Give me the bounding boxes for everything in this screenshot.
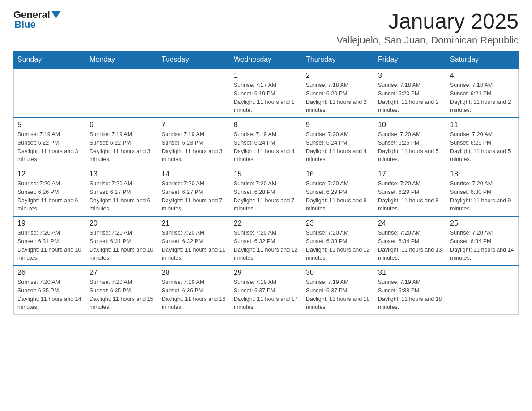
day-info: Sunrise: 7:19 AM Sunset: 6:24 PM Dayligh… xyxy=(234,130,298,164)
svg-marker-0 xyxy=(51,11,60,19)
day-info: Sunrise: 7:20 AM Sunset: 6:34 PM Dayligh… xyxy=(450,229,515,262)
day-header-tuesday: Tuesday xyxy=(158,51,230,69)
day-number: 26 xyxy=(17,269,82,277)
day-number: 25 xyxy=(450,219,515,227)
day-info: Sunrise: 7:20 AM Sunset: 6:28 PM Dayligh… xyxy=(234,180,298,213)
calendar-header-row: SundayMondayTuesdayWednesdayThursdayFrid… xyxy=(14,51,519,69)
logo-blue: Blue xyxy=(14,19,36,30)
day-info: Sunrise: 7:18 AM Sunset: 6:21 PM Dayligh… xyxy=(450,81,515,115)
calendar-cell: 22Sunrise: 7:20 AM Sunset: 6:32 PM Dayli… xyxy=(230,216,302,265)
calendar-cell: 3Sunrise: 7:18 AM Sunset: 6:20 PM Daylig… xyxy=(374,68,446,118)
calendar-cell: 21Sunrise: 7:20 AM Sunset: 6:32 PM Dayli… xyxy=(158,216,230,265)
calendar-week-row: 1Sunrise: 7:17 AM Sunset: 6:19 PM Daylig… xyxy=(14,68,519,118)
day-number: 9 xyxy=(306,121,370,129)
calendar-cell: 23Sunrise: 7:20 AM Sunset: 6:33 PM Dayli… xyxy=(302,216,374,265)
day-number: 2 xyxy=(306,72,370,80)
day-info: Sunrise: 7:20 AM Sunset: 6:29 PM Dayligh… xyxy=(378,180,442,213)
day-number: 11 xyxy=(450,121,515,129)
calendar-cell: 20Sunrise: 7:20 AM Sunset: 6:31 PM Dayli… xyxy=(86,216,158,265)
day-number: 7 xyxy=(162,121,226,129)
day-info: Sunrise: 7:19 AM Sunset: 6:38 PM Dayligh… xyxy=(378,278,442,312)
day-number: 4 xyxy=(450,72,515,80)
logo-triangle-icon xyxy=(51,11,60,19)
day-info: Sunrise: 7:19 AM Sunset: 6:36 PM Dayligh… xyxy=(162,278,226,312)
day-number: 10 xyxy=(378,121,442,129)
day-number: 23 xyxy=(306,219,370,227)
calendar-cell: 18Sunrise: 7:20 AM Sunset: 6:30 PM Dayli… xyxy=(446,167,519,216)
calendar-cell: 5Sunrise: 7:19 AM Sunset: 6:22 PM Daylig… xyxy=(14,118,86,167)
day-info: Sunrise: 7:20 AM Sunset: 6:33 PM Dayligh… xyxy=(306,229,370,262)
calendar-subtitle: Vallejuelo, San Juan, Dominican Republic xyxy=(336,34,519,46)
day-header-wednesday: Wednesday xyxy=(230,51,302,69)
calendar-cell: 13Sunrise: 7:20 AM Sunset: 6:27 PM Dayli… xyxy=(86,167,158,216)
calendar-cell: 11Sunrise: 7:20 AM Sunset: 6:25 PM Dayli… xyxy=(446,118,519,167)
day-info: Sunrise: 7:18 AM Sunset: 6:20 PM Dayligh… xyxy=(306,81,370,115)
day-info: Sunrise: 7:19 AM Sunset: 6:22 PM Dayligh… xyxy=(17,130,82,164)
calendar-cell: 10Sunrise: 7:20 AM Sunset: 6:25 PM Dayli… xyxy=(374,118,446,167)
calendar-cell: 24Sunrise: 7:20 AM Sunset: 6:34 PM Dayli… xyxy=(374,216,446,265)
day-number: 21 xyxy=(162,219,226,227)
day-number: 3 xyxy=(378,72,442,80)
calendar-cell: 14Sunrise: 7:20 AM Sunset: 6:27 PM Dayli… xyxy=(158,167,230,216)
day-info: Sunrise: 7:20 AM Sunset: 6:35 PM Dayligh… xyxy=(17,278,82,312)
day-info: Sunrise: 7:20 AM Sunset: 6:29 PM Dayligh… xyxy=(306,180,370,213)
day-number: 5 xyxy=(17,121,82,129)
day-info: Sunrise: 7:20 AM Sunset: 6:32 PM Dayligh… xyxy=(162,229,226,262)
day-number: 17 xyxy=(378,170,442,178)
day-info: Sunrise: 7:20 AM Sunset: 6:27 PM Dayligh… xyxy=(90,180,154,213)
day-info: Sunrise: 7:20 AM Sunset: 6:35 PM Dayligh… xyxy=(90,278,154,312)
calendar-cell xyxy=(86,68,158,118)
calendar-week-row: 26Sunrise: 7:20 AM Sunset: 6:35 PM Dayli… xyxy=(14,265,519,315)
day-number: 14 xyxy=(162,170,226,178)
day-number: 8 xyxy=(234,121,298,129)
calendar-cell: 6Sunrise: 7:19 AM Sunset: 6:22 PM Daylig… xyxy=(86,118,158,167)
calendar-cell: 28Sunrise: 7:19 AM Sunset: 6:36 PM Dayli… xyxy=(158,265,230,315)
day-number: 15 xyxy=(234,170,298,178)
day-info: Sunrise: 7:18 AM Sunset: 6:20 PM Dayligh… xyxy=(378,81,442,115)
day-number: 28 xyxy=(162,269,226,277)
calendar-cell: 25Sunrise: 7:20 AM Sunset: 6:34 PM Dayli… xyxy=(446,216,519,265)
page-header: General Blue January 2025 Vallejuelo, Sa… xyxy=(13,9,519,46)
calendar-cell: 16Sunrise: 7:20 AM Sunset: 6:29 PM Dayli… xyxy=(302,167,374,216)
day-info: Sunrise: 7:20 AM Sunset: 6:25 PM Dayligh… xyxy=(450,130,515,164)
day-info: Sunrise: 7:20 AM Sunset: 6:30 PM Dayligh… xyxy=(450,180,515,213)
calendar-cell: 26Sunrise: 7:20 AM Sunset: 6:35 PM Dayli… xyxy=(14,265,86,315)
title-section: January 2025 Vallejuelo, San Juan, Domin… xyxy=(336,9,519,46)
calendar-table: SundayMondayTuesdayWednesdayThursdayFrid… xyxy=(13,51,519,315)
day-info: Sunrise: 7:19 AM Sunset: 6:23 PM Dayligh… xyxy=(162,130,226,164)
day-number: 31 xyxy=(378,269,442,277)
calendar-cell: 9Sunrise: 7:20 AM Sunset: 6:24 PM Daylig… xyxy=(302,118,374,167)
calendar-cell: 17Sunrise: 7:20 AM Sunset: 6:29 PM Dayli… xyxy=(374,167,446,216)
calendar-cell xyxy=(446,265,519,315)
day-header-friday: Friday xyxy=(374,51,446,69)
day-header-saturday: Saturday xyxy=(446,51,519,69)
day-info: Sunrise: 7:20 AM Sunset: 6:34 PM Dayligh… xyxy=(378,229,442,262)
day-info: Sunrise: 7:20 AM Sunset: 6:31 PM Dayligh… xyxy=(17,229,82,262)
day-info: Sunrise: 7:20 AM Sunset: 6:27 PM Dayligh… xyxy=(162,180,226,213)
calendar-cell: 19Sunrise: 7:20 AM Sunset: 6:31 PM Dayli… xyxy=(14,216,86,265)
day-number: 22 xyxy=(234,219,298,227)
calendar-cell xyxy=(14,68,86,118)
calendar-title: January 2025 xyxy=(336,9,519,34)
day-header-monday: Monday xyxy=(86,51,158,69)
calendar-week-row: 5Sunrise: 7:19 AM Sunset: 6:22 PM Daylig… xyxy=(14,118,519,167)
calendar-cell: 7Sunrise: 7:19 AM Sunset: 6:23 PM Daylig… xyxy=(158,118,230,167)
day-number: 6 xyxy=(90,121,154,129)
day-number: 19 xyxy=(17,219,82,227)
day-info: Sunrise: 7:20 AM Sunset: 6:25 PM Dayligh… xyxy=(378,130,442,164)
day-info: Sunrise: 7:20 AM Sunset: 6:24 PM Dayligh… xyxy=(306,130,370,164)
day-info: Sunrise: 7:20 AM Sunset: 6:32 PM Dayligh… xyxy=(234,229,298,262)
calendar-cell: 8Sunrise: 7:19 AM Sunset: 6:24 PM Daylig… xyxy=(230,118,302,167)
day-info: Sunrise: 7:19 AM Sunset: 6:37 PM Dayligh… xyxy=(306,278,370,312)
calendar-cell: 27Sunrise: 7:20 AM Sunset: 6:35 PM Dayli… xyxy=(86,265,158,315)
day-info: Sunrise: 7:19 AM Sunset: 6:37 PM Dayligh… xyxy=(234,278,298,312)
day-info: Sunrise: 7:19 AM Sunset: 6:22 PM Dayligh… xyxy=(90,130,154,164)
day-number: 20 xyxy=(90,219,154,227)
calendar-cell: 4Sunrise: 7:18 AM Sunset: 6:21 PM Daylig… xyxy=(446,68,519,118)
day-info: Sunrise: 7:20 AM Sunset: 6:31 PM Dayligh… xyxy=(90,229,154,262)
calendar-cell: 30Sunrise: 7:19 AM Sunset: 6:37 PM Dayli… xyxy=(302,265,374,315)
calendar-cell xyxy=(158,68,230,118)
calendar-cell: 29Sunrise: 7:19 AM Sunset: 6:37 PM Dayli… xyxy=(230,265,302,315)
day-number: 1 xyxy=(234,72,298,80)
day-number: 13 xyxy=(90,170,154,178)
